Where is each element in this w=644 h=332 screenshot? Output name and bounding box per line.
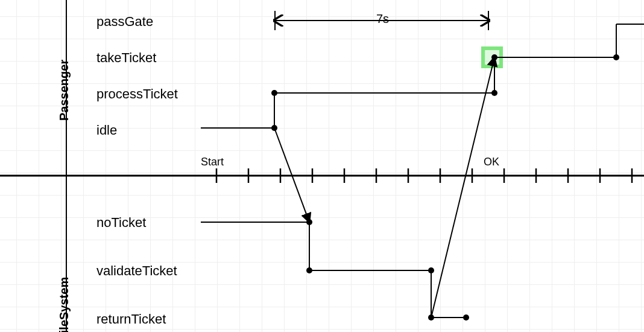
duration-dimension [275,11,488,30]
svg-point-23 [491,90,497,96]
diagram-svg [0,0,644,332]
stilesystem-trace [201,219,469,321]
svg-point-32 [306,267,312,273]
msg-ok-arrow [431,57,494,318]
svg-point-25 [613,54,619,60]
passenger-trace [201,24,644,131]
svg-point-22 [271,90,277,96]
svg-point-35 [463,314,469,321]
svg-point-33 [428,267,434,273]
